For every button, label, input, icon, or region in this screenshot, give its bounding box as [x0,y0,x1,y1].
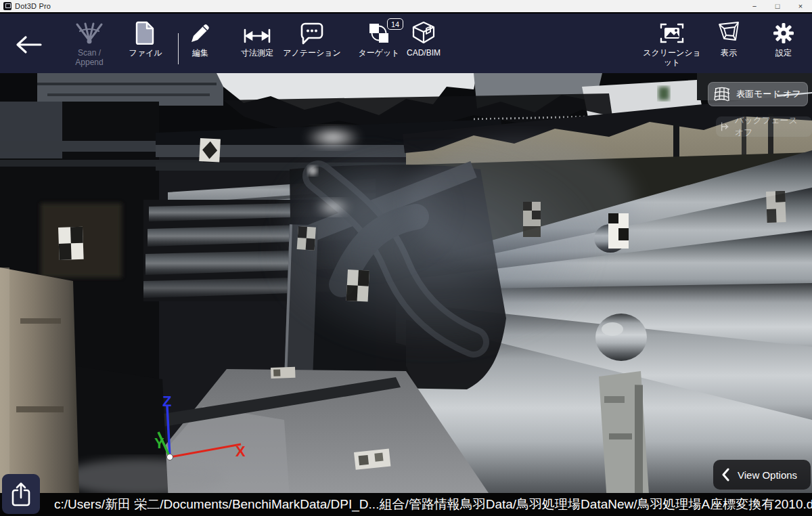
status-bar: c:/Users/新田 栄二/Documents/BenchiMarkData/… [0,493,812,516]
pencil-icon [189,20,212,45]
back-button[interactable] [11,31,46,58]
toolbar-item-scan-append[interactable]: Scan / Append [57,20,122,68]
toolbar-item-label: 設定 [775,48,792,58]
document-icon [135,20,156,45]
backface-icon [720,121,729,133]
restore-button[interactable]: □ [766,0,789,12]
arrow-left-icon [14,35,43,55]
axis-x-label: X [235,443,246,460]
view-options-button[interactable]: View Options [713,460,811,490]
toolbar-item-label: 表示 [721,48,737,58]
cad-box-icon [411,20,436,45]
toolbar-item-edit[interactable]: 編集 [168,20,233,58]
speech-bubble-icon [300,20,324,45]
toolbar-item-label: Scan / Append [70,48,109,68]
toolbar-item-label: ファイル [129,48,162,58]
surface-grid-icon [713,87,731,102]
view-cube-icon [716,20,742,45]
main-toolbar: Scan / Append ファイル 編集 [0,12,812,73]
app-logo-icon [3,2,12,10]
view-options-label: View Options [738,469,797,481]
screenshot-icon [659,20,685,45]
toolbar-item-settings[interactable]: 設定 [751,20,812,58]
share-button[interactable] [2,474,40,514]
surface-mode-label: 表面モード オフ [736,88,801,100]
toolbar-item-screenshot[interactable]: スクリーンショット [639,20,704,68]
toolbar-item-label: 編集 [192,48,208,58]
gear-icon [772,20,795,45]
close-button[interactable]: × [789,0,812,12]
minimize-button[interactable]: − [743,0,766,12]
toolbar-item-label: 寸法測定 [241,48,273,58]
backface-label: バックフェース オフ [735,114,808,139]
toolbar-item-label: CAD/BIM [407,48,441,58]
titlebar: Dot3D Pro − □ × [0,0,812,12]
measure-arrow-icon [243,20,271,45]
toolbar-item-cad-bim[interactable]: CAD/BIM [391,20,456,58]
backface-toggle[interactable]: バックフェース オフ [716,116,812,137]
toolbar-item-annotation[interactable]: アノテーション [279,20,344,58]
open-file-path: c:/Users/新田 栄二/Documents/BenchiMarkData/… [54,496,812,513]
app-title: Dot3D Pro [15,2,51,10]
chevron-left-icon [721,468,729,481]
axis-y-label: Y [154,435,164,452]
toolbar-item-label: アノテーション [283,48,341,58]
surface-mode-toggle[interactable]: 表面モード オフ [708,82,808,106]
app-window: Z Y X Dot3D Pro − □ × [0,0,812,516]
viewport-3d-scene[interactable]: Z Y X [0,73,812,516]
axis-z-label: Z [162,393,171,410]
scanner-fan-icon [72,20,107,45]
toolbar-item-label: スクリーンショット [639,48,704,68]
share-export-icon [10,481,32,507]
